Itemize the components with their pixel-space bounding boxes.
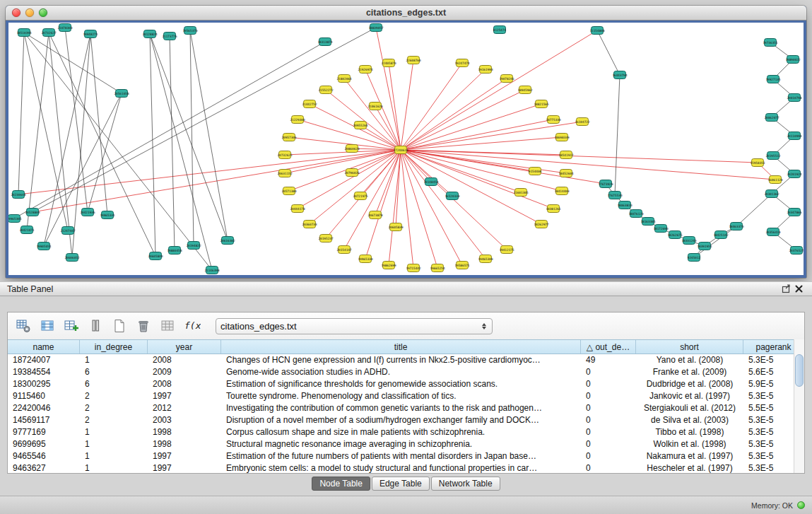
graph-node-label: 19586571 bbox=[454, 264, 470, 267]
table-cell: 1998 bbox=[148, 438, 221, 450]
graph-node-label: 18945962 bbox=[517, 88, 533, 92]
table-row[interactable]: 977716911998Corpus callosum shape and si… bbox=[8, 426, 804, 438]
table-cell: 49 bbox=[581, 354, 636, 366]
delete-table-button[interactable] bbox=[134, 316, 153, 336]
table-cell: Investigating the contribution of common… bbox=[221, 402, 581, 414]
table-row[interactable]: 1456911722003Disruption of a novel membe… bbox=[8, 414, 804, 426]
show-columns-button[interactable] bbox=[37, 316, 57, 336]
float-panel-button[interactable] bbox=[779, 284, 792, 295]
table-row[interactable]: 911546021997Tourette syndrome. Phenomeno… bbox=[8, 390, 804, 402]
close-panel-button[interactable] bbox=[792, 284, 805, 295]
scrollbar-thumb[interactable] bbox=[795, 354, 804, 387]
graph-node-label: 20154147 bbox=[336, 248, 352, 252]
graph-node-label: 20732625 bbox=[277, 153, 293, 157]
table-cell: 1 bbox=[80, 462, 148, 473]
table-cell: 1997 bbox=[148, 390, 221, 402]
table-row[interactable]: 1830029562008Estimation of significance … bbox=[8, 378, 804, 390]
table-cell: 9115460 bbox=[8, 390, 80, 402]
import-table-button[interactable] bbox=[86, 316, 105, 336]
delete-column-button[interactable] bbox=[158, 316, 177, 336]
table-cell: 0 bbox=[581, 426, 636, 438]
tab-edge-table[interactable]: Edge Table bbox=[372, 477, 430, 491]
table-cell: 18724007 bbox=[8, 354, 80, 366]
column-header-3[interactable]: title bbox=[221, 340, 581, 354]
graph-node-label: 20062077 bbox=[764, 116, 779, 119]
graph-node-label: 19465309 bbox=[478, 257, 493, 261]
graph-node-label: 18821565 bbox=[534, 103, 549, 106]
graph-node-label: 9154406 bbox=[529, 170, 542, 173]
table-options-icon bbox=[16, 318, 31, 334]
graph-node-label: 18775330 bbox=[546, 118, 561, 122]
column-header-2[interactable]: year bbox=[148, 340, 221, 354]
graph-node-label: 20347866 bbox=[787, 211, 802, 214]
function-builder-button[interactable]: f(x) bbox=[182, 316, 201, 336]
column-header-0[interactable]: name bbox=[8, 340, 80, 354]
table-cell: 9699695 bbox=[8, 438, 80, 450]
table-row[interactable]: 946554611997Estimation of the future num… bbox=[8, 450, 804, 462]
table-options-button[interactable] bbox=[13, 316, 33, 336]
graph-node-label: 18414403 bbox=[554, 189, 570, 193]
table-vertical-scrollbar[interactable] bbox=[794, 339, 804, 473]
tab-network-table[interactable]: Network Table bbox=[431, 477, 500, 491]
graph-node-label: 19565370 bbox=[182, 29, 198, 33]
traffic-lights bbox=[12, 8, 47, 17]
window-titlebar[interactable]: citations_edges.txt bbox=[6, 6, 806, 21]
graph-node-label: 19161993 bbox=[478, 68, 493, 71]
table-body: 1872400712008Changes of HCN gene express… bbox=[8, 354, 804, 473]
table-row[interactable]: 1872400712008Changes of HCN gene express… bbox=[8, 354, 804, 366]
memory-status-label[interactable]: Memory: OK bbox=[751, 501, 793, 510]
table-selector-value: citations_edges.txt bbox=[220, 321, 482, 332]
table-panel-content: f(x) citations_edges.txt namein_degreeye… bbox=[7, 312, 805, 474]
graph-node-label: 20421071 bbox=[19, 228, 35, 232]
network-view-frame: 1724061622608760224058702192697421802064… bbox=[6, 21, 806, 278]
graph-node-label: 17240616 bbox=[393, 148, 408, 152]
table-cell: 9777169 bbox=[8, 426, 80, 438]
create-column-button[interactable] bbox=[61, 316, 81, 336]
table-panel-header: Table Panel bbox=[0, 281, 812, 296]
zoom-window-button[interactable] bbox=[39, 8, 47, 17]
graph-node-label: 20421936 bbox=[80, 211, 95, 214]
graph-node-label: 18172690 bbox=[653, 227, 669, 230]
graph-node-label: 19948271 bbox=[83, 33, 98, 36]
show-columns-icon bbox=[40, 318, 55, 334]
graph-node-label: 19880458 bbox=[167, 249, 182, 252]
close-window-button[interactable] bbox=[12, 8, 20, 17]
table-cell: 2009 bbox=[148, 366, 221, 378]
column-header-5[interactable]: short bbox=[636, 340, 743, 354]
table-cell: 18300295 bbox=[8, 378, 80, 390]
table-cell: 22420046 bbox=[8, 402, 80, 414]
table-cell: 9463627 bbox=[8, 462, 80, 473]
table-cell: 0 bbox=[581, 462, 636, 473]
table-cell: 1997 bbox=[148, 462, 221, 473]
graph-node-label: 20195512 bbox=[765, 154, 781, 158]
create-column-icon bbox=[64, 318, 79, 334]
table-row[interactable]: 946362711997Embryonic stem cells: a mode… bbox=[8, 462, 804, 473]
graph-node-label: 20528803 bbox=[25, 211, 40, 214]
table-cell: 6 bbox=[80, 378, 148, 390]
graph-node-label: 18452604 bbox=[558, 172, 574, 175]
table-row[interactable]: 1938455462009Genome-wide association stu… bbox=[8, 366, 804, 378]
table-cell: 2003 bbox=[148, 414, 221, 426]
graph-node-label: 11154808 bbox=[589, 29, 605, 33]
memory-ok-indicator[interactable] bbox=[797, 501, 805, 509]
new-table-button[interactable] bbox=[110, 316, 129, 336]
graph-node-label: 21552272 bbox=[318, 88, 334, 92]
minimize-window-button[interactable] bbox=[25, 8, 34, 17]
graph-node-label: 19665254 bbox=[430, 267, 445, 270]
table-row[interactable]: 969969511998Structural magnetic resonanc… bbox=[8, 438, 804, 450]
tab-node-table[interactable]: Node Table bbox=[312, 477, 370, 491]
table-cell: Jankovic et al. (1997) bbox=[636, 390, 743, 402]
column-header-4[interactable]: △ out_de… bbox=[581, 340, 636, 354]
graph-node-label: 20955264 bbox=[353, 124, 368, 127]
network-canvas[interactable]: 1724061622608760224058702192697421802064… bbox=[8, 23, 804, 275]
graph-node-label: 21802064 bbox=[336, 77, 352, 81]
table-selector-dropdown[interactable]: citations_edges.txt bbox=[216, 318, 493, 334]
graph-node-label: 18262675 bbox=[667, 233, 683, 237]
graph-node-label: 21173776 bbox=[162, 35, 177, 38]
graph-node-label: 18510394 bbox=[16, 31, 32, 35]
node-layer: 1724061622608760224058702192697421802064… bbox=[8, 24, 804, 274]
graph-node-label: 18076120 bbox=[628, 212, 644, 216]
column-header-1[interactable]: in_degree bbox=[80, 340, 148, 354]
table-row[interactable]: 2242004622012Investigating the contribut… bbox=[8, 402, 804, 414]
close-icon bbox=[795, 285, 803, 293]
